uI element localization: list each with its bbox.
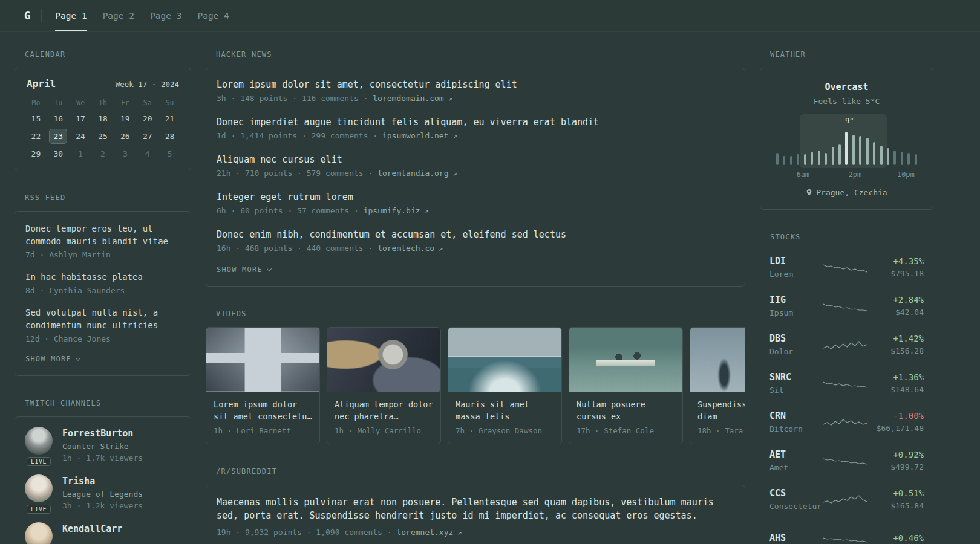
calendar-day: 30	[49, 146, 67, 161]
video-card[interactable]: Aliquam tempor dolor nec pharetra…1h · M…	[327, 327, 441, 444]
item-domain-link[interactable]: loremtech.co	[377, 244, 434, 253]
stock-row[interactable]: CCSConsectetur+0.51%$165.84	[769, 482, 924, 516]
hackernews-item-title[interactable]: Lorem ipsum dolor sit amet, consectetur …	[217, 78, 734, 91]
live-badge: LIVE	[27, 457, 51, 466]
stock-ticker: SNRC	[769, 372, 823, 383]
hackernews-show-more-button[interactable]: SHOW MORE	[217, 265, 734, 274]
video-title[interactable]: Suspendisse posuere diam	[697, 398, 745, 423]
widget-title-twitch: TWITCH CHANNELS	[15, 399, 191, 407]
weather-card: Overcast Feels like 5°C 9° 6am2pm10pm Pr…	[760, 68, 933, 210]
twitch-avatar-wrap: LIVE	[25, 474, 53, 510]
tab-page-4[interactable]: Page 4	[197, 0, 229, 31]
subreddit-post-title[interactable]: Maecenas mollis pulvinar erat non posuer…	[217, 496, 734, 522]
weather-chart: 9°	[776, 131, 917, 165]
item-meta-text: 19h · 9,932 points · 1,090 comments ·	[217, 528, 396, 537]
twitch-list: LIVEForrestBurtonCounter-Strike1h · 1.7k…	[25, 427, 181, 544]
rss-widget: RSS FEED Donec tempor eros leo, ut commo…	[15, 193, 191, 376]
video-card[interactable]: Mauris sit amet massa felis7h · Grayson …	[448, 327, 562, 444]
rss-item-title[interactable]: Sed volutpat nulla nisl, a condimentum n…	[25, 306, 180, 332]
stock-row[interactable]: AETAmet+0.92%$499.72	[769, 444, 924, 477]
twitch-channel-viewers: 1h · 1.7k viewers	[62, 453, 143, 462]
hackernews-item-title[interactable]: Donec imperdiet augue tincidunt felis al…	[217, 115, 734, 129]
stock-change: +4.35%	[867, 256, 924, 266]
rss-show-more-button[interactable]: SHOW MORE	[25, 355, 180, 363]
item-meta-text: 3h · 148 points · 116 comments ·	[217, 94, 373, 103]
tab-page-3[interactable]: Page 3	[150, 0, 181, 31]
tab-page-2[interactable]: Page 2	[103, 0, 134, 31]
weather-bar	[797, 154, 799, 165]
weather-bar	[893, 151, 896, 165]
calendar-day: 4	[139, 146, 157, 161]
calendar-day: 20	[139, 111, 157, 126]
stock-row[interactable]: SNRCSit+1.36%$148.64	[769, 366, 924, 400]
calendar-day-header: Tu	[54, 97, 62, 109]
stock-row[interactable]: DBSDolor+1.42%$156.28	[769, 328, 924, 361]
stock-change: -1.00%	[867, 411, 924, 421]
stock-change: +1.36%	[867, 372, 924, 382]
stock-sparkline	[823, 491, 867, 507]
weather-bar	[907, 153, 910, 165]
stock-sparkline	[823, 453, 867, 468]
video-card[interactable]: Nullam posuere cursus ex17h · Stefan Col…	[569, 327, 683, 444]
stock-values: +0.51%$165.84	[867, 488, 924, 510]
twitch-channel[interactable]: KendallCarr	[25, 522, 181, 544]
weather-peak-temp: 9°	[845, 117, 854, 125]
hackernews-item-title[interactable]: Donec enim nibh, condimentum et accumsan…	[217, 228, 734, 241]
rss-item: In hac habitasse platea8d · Cynthia Saun…	[25, 271, 180, 295]
stock-sparkline	[823, 414, 867, 430]
stocks-list: LDILorem+4.35%$795.18IIGIpsum+2.84%$42.0…	[760, 250, 933, 544]
hackernews-card: Lorem ipsum dolor sit amet, consectetur …	[206, 68, 745, 287]
calendar-card: April Week 17 · 2024 MoTuWeThFrSaSu15161…	[15, 68, 191, 170]
stock-name: Ipsum	[769, 308, 823, 317]
item-domain-link[interactable]: ipsumify.biz	[364, 206, 420, 215]
weather-time-label: 6am	[796, 170, 809, 179]
calendar-day: 29	[27, 146, 45, 161]
show-more-label: SHOW MORE	[25, 355, 71, 363]
video-title[interactable]: Lorem ipsum dolor sit amet consectetu…	[214, 398, 312, 423]
video-title[interactable]: Nullam posuere cursus ex	[577, 398, 675, 423]
twitch-channel[interactable]: LIVEForrestBurtonCounter-Strike1h · 1.7k…	[25, 427, 181, 462]
twitch-widget: TWITCH CHANNELS LIVEForrestBurtonCounter…	[15, 399, 191, 544]
stock-sparkline	[823, 530, 867, 544]
item-domain-link[interactable]: loremlandia.org	[377, 169, 448, 178]
rss-item-title[interactable]: In hac habitasse platea	[25, 271, 180, 283]
stock-ticker: AET	[769, 449, 823, 460]
app-logo[interactable]: G	[24, 0, 41, 31]
video-title[interactable]: Mauris sit amet massa felis	[456, 398, 554, 423]
hackernews-item-title[interactable]: Aliquam nec cursus elit	[217, 153, 734, 166]
item-domain-link[interactable]: ipsumworld.net	[382, 131, 449, 140]
widget-title-videos: VIDEOS	[206, 309, 745, 318]
hackernews-item-title[interactable]: Integer eget rutrum lorem	[217, 190, 734, 204]
twitch-channel[interactable]: LIVETrishaLeague of Legends3h · 1.2k vie…	[25, 474, 181, 510]
stock-name: Lorem	[769, 270, 823, 279]
stock-row[interactable]: LDILorem+4.35%$795.18	[769, 250, 924, 283]
video-card[interactable]: Suspendisse posuere diam18h · Tara	[690, 327, 745, 444]
calendar-header: April Week 17 · 2024	[25, 78, 181, 89]
external-link-icon: ↗	[453, 528, 462, 537]
item-domain-link[interactable]: loremnet.xyz	[396, 528, 453, 537]
calendar-day: 25	[94, 129, 112, 144]
twitch-channel-name[interactable]: Trisha	[62, 476, 143, 487]
twitch-channel-game: League of Legends	[62, 490, 143, 499]
twitch-channel-info: ForrestBurtonCounter-Strike1h · 1.7k vie…	[62, 427, 143, 462]
stock-change: +2.84%	[867, 295, 924, 305]
tab-page-1[interactable]: Page 1	[55, 0, 87, 31]
twitch-channel-name[interactable]: ForrestBurton	[62, 428, 143, 439]
stock-sparkline	[823, 375, 867, 391]
video-title[interactable]: Aliquam tempor dolor nec pharetra…	[335, 398, 433, 423]
stock-row[interactable]: CRNBitcorn-1.00%$66,171.48	[769, 405, 924, 438]
item-domain-link[interactable]: loremdomain.com	[373, 94, 443, 103]
video-thumbnail-sky-cross	[206, 328, 319, 392]
widget-title-calendar: CALENDAR	[15, 50, 191, 59]
weather-bar	[776, 153, 779, 165]
stock-row[interactable]: AHS+0.46%	[769, 521, 924, 544]
weather-bar	[901, 152, 903, 165]
rss-item-title[interactable]: Donec tempor eros leo, ut commodo mauris…	[25, 222, 180, 248]
stock-row[interactable]: IIGIpsum+2.84%$42.04	[769, 289, 924, 322]
videos-row: Lorem ipsum dolor sit amet consectetu…1h…	[206, 327, 745, 444]
subreddit-list: Maecenas mollis pulvinar erat non posuer…	[217, 496, 734, 537]
twitch-channel-name[interactable]: KendallCarr	[62, 523, 122, 534]
video-card[interactable]: Lorem ipsum dolor sit amet consectetu…1h…	[206, 327, 320, 444]
calendar-today: 23	[49, 129, 67, 144]
video-meta: 18h · Tara	[697, 426, 745, 435]
